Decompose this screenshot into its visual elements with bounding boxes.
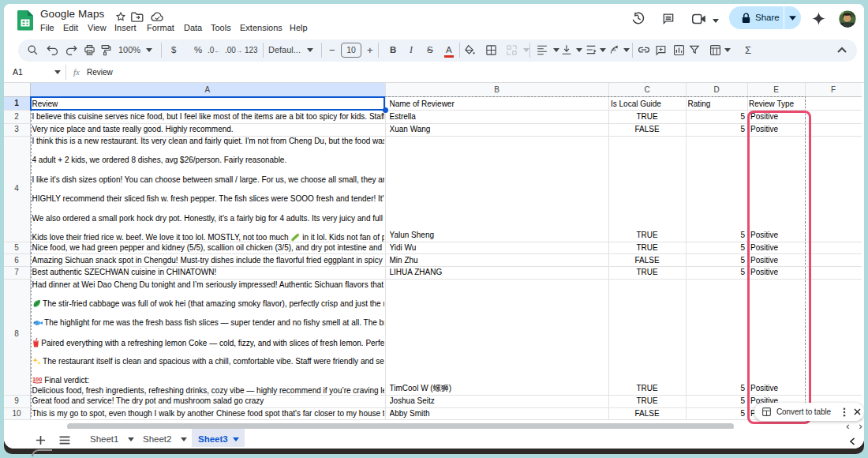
svg-text:A: A <box>612 47 616 52</box>
svg-text:100: 100 <box>32 376 42 383</box>
